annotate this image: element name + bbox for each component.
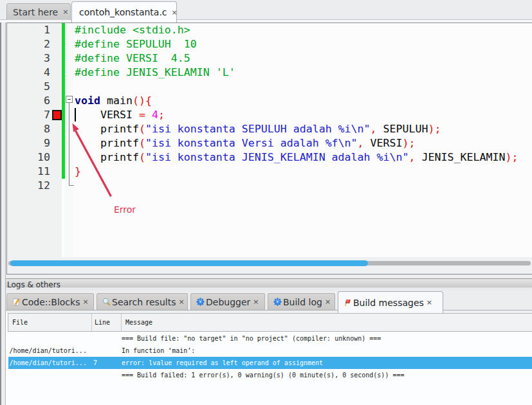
tab-close-icon[interactable]: × xyxy=(253,298,259,306)
code-token: JENIS_KELAMIN xyxy=(416,151,506,163)
gear-icon xyxy=(273,298,282,306)
editor-tab-contoh-konstanta-c[interactable]: contoh_konstanta.c× xyxy=(71,1,177,22)
code-line[interactable]: printf("isi konstanta JENIS_KELAMIN adal… xyxy=(75,150,518,165)
build-table-row[interactable]: === Build failed: 1 error(s), 0 warning(… xyxy=(8,369,532,381)
build-table-header: File Line Message xyxy=(8,313,532,332)
fold-box[interactable] xyxy=(66,96,73,103)
code-token: void xyxy=(75,94,100,107)
code-token: "isi konstanta JENIS_KELAMIN adalah %i\n… xyxy=(145,151,409,163)
codeblocks-icon xyxy=(12,298,21,306)
build-table-row[interactable]: /home/dian/tutori...7error: lvalue requi… xyxy=(8,357,532,369)
col-separator[interactable] xyxy=(91,314,92,331)
line-number: 9 xyxy=(7,136,50,150)
col-header-message[interactable]: Message xyxy=(125,314,152,331)
editor-border-bottom xyxy=(6,274,532,274)
code-token: ); xyxy=(505,151,518,163)
logs-tab-label: Debugger xyxy=(206,297,250,307)
logs-tabbar-border xyxy=(6,310,532,310)
code-token: ); xyxy=(403,137,416,149)
h-scrollbar-thumb[interactable] xyxy=(10,260,368,266)
gear-icon xyxy=(196,298,205,306)
line-number: 5 xyxy=(7,80,50,94)
cell-message: === Build failed: 1 error(s), 0 warning(… xyxy=(122,369,405,381)
code-token: "isi konstanta Versi adalah %f\n" xyxy=(145,137,358,149)
tab-close-icon[interactable]: × xyxy=(427,298,432,307)
line-number: 12 xyxy=(7,179,50,193)
editor-tab-label: contoh_konstanta.c xyxy=(79,7,167,17)
code-token: #define VERSI 4.5 xyxy=(75,52,190,64)
code-token: ( xyxy=(139,137,145,149)
codeblocks-icon xyxy=(12,298,21,306)
logs-tab-code-blocks[interactable]: Code::Blocks× xyxy=(6,293,94,310)
code-line[interactable]: printf("isi konstanta SEPULUH adalah %i\… xyxy=(75,122,441,136)
cell-line: 7 xyxy=(93,357,97,369)
col-separator[interactable] xyxy=(121,314,122,331)
editor-border-top xyxy=(6,22,532,23)
line-number: 2 xyxy=(7,37,50,51)
gear-icon xyxy=(273,298,282,306)
logs-tab-build-log[interactable]: Build log× xyxy=(268,293,335,310)
col-header-file[interactable]: File xyxy=(12,314,28,331)
logs-tab-debugger[interactable]: Debugger× xyxy=(190,293,265,310)
code-line[interactable]: } xyxy=(75,165,81,179)
code-token: #define SEPULUH 10 xyxy=(75,38,197,50)
tab-close-icon[interactable]: × xyxy=(172,8,178,17)
code-token: #define JENIS_KELAMIN 'L' xyxy=(75,66,235,78)
cell-message: error: lvalue required as left operand o… xyxy=(122,357,323,369)
logs-tab-search-results[interactable]: Search results× xyxy=(96,293,188,310)
code-line[interactable]: printf("isi konstanta Versi adalah %f\n"… xyxy=(75,136,416,150)
code-token: , xyxy=(358,137,364,149)
cell-file: /home/dian/tutori... xyxy=(10,357,87,369)
code-token: SEPULUH xyxy=(377,123,428,135)
code-token: ); xyxy=(428,123,441,135)
line-number: 1 xyxy=(7,23,50,37)
editor-border-left xyxy=(6,22,7,274)
text-caret xyxy=(75,108,76,122)
code-token: VERSI xyxy=(75,109,139,121)
logs-tab-build-messages[interactable]: Build messages× xyxy=(338,291,443,313)
code-token: = xyxy=(139,109,152,121)
build-table-row[interactable]: === Build file: "no target" in "no proje… xyxy=(8,332,532,345)
search-icon xyxy=(102,298,111,306)
code-token: printf xyxy=(75,123,139,135)
code-token: #include <stdio.h> xyxy=(75,24,190,36)
logs-tab-label: Code::Blocks xyxy=(22,297,80,307)
code-line[interactable]: VERSI = 4; xyxy=(75,108,165,122)
code-line[interactable]: #define JENIS_KELAMIN 'L' xyxy=(75,66,235,80)
code-line[interactable]: void main(){ xyxy=(75,94,152,108)
line-number: 10 xyxy=(7,150,50,165)
editor-tab-label: Start here xyxy=(13,7,58,17)
logs-panel-caption: Logs & others xyxy=(6,278,532,291)
search-icon xyxy=(102,298,111,306)
code-token: , xyxy=(409,151,416,163)
logs-tab-label: Build messages xyxy=(353,298,424,308)
code-token: main xyxy=(100,94,133,107)
error-annotation-label: Error xyxy=(114,204,136,215)
fold-line xyxy=(69,102,69,186)
code-token: printf xyxy=(75,137,139,149)
cell-file: /home/dian/tutori... xyxy=(10,345,87,357)
code-token: 4 xyxy=(152,109,158,121)
window-left-border xyxy=(0,0,1,405)
line-number: 8 xyxy=(7,122,50,136)
tab-close-icon[interactable]: × xyxy=(62,8,68,16)
code-line[interactable]: #define VERSI 4.5 xyxy=(75,51,190,66)
fold-minus-icon xyxy=(68,99,71,100)
code-token: ( xyxy=(139,151,145,163)
logs-tab-label: Search results xyxy=(112,297,176,307)
flag-icon xyxy=(344,298,352,307)
tab-close-icon[interactable]: × xyxy=(325,298,331,306)
tab-close-icon[interactable]: × xyxy=(82,298,88,306)
logs-tab-label: Build log xyxy=(283,297,322,307)
editor-tabs-container: Start here×contoh_konstanta.c× xyxy=(0,0,532,23)
editor-tab-start-here[interactable]: Start here× xyxy=(6,3,71,20)
tab-close-icon[interactable]: × xyxy=(178,298,184,306)
code-token: "isi konstanta SEPULUH adalah %i\n" xyxy=(145,123,371,135)
fold-line-end xyxy=(69,185,74,186)
line-number: 6 xyxy=(7,94,50,108)
col-header-line[interactable]: Line xyxy=(95,314,110,331)
code-line[interactable]: #include <stdio.h> xyxy=(75,23,190,37)
code-line[interactable]: #define SEPULUH 10 xyxy=(75,37,197,51)
h-scrollbar-track xyxy=(7,257,532,274)
build-table-row[interactable]: /home/dian/tutori...In function ‘main’: xyxy=(8,345,532,357)
